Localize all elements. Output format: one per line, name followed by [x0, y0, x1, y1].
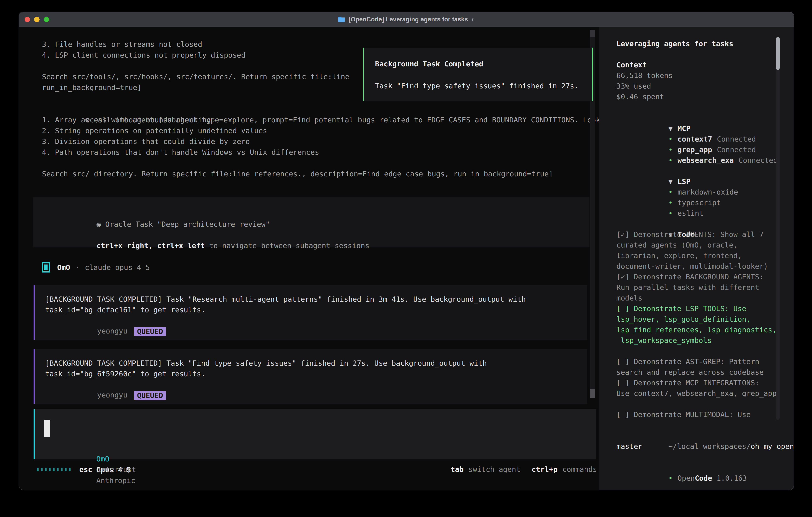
sidebar-scrollbar-thumb[interactable] [776, 37, 780, 70]
omo-agent-icon [42, 262, 50, 272]
screen: [OpenCode] Leveraging agents for tasks ◐… [0, 0, 812, 517]
triangle-collapse-icon: ▼ [668, 177, 673, 186]
oracle-hint-text: to navigate between subagent sessions [205, 242, 370, 250]
todo-line: [ ] Demonstrate MULTIMODAL: Use [616, 409, 782, 420]
bullet-icon: • [668, 198, 673, 207]
status-bar: esc interrupt tab switch agent ctrl+p co… [37, 464, 597, 475]
spacer [616, 102, 782, 113]
spacer [616, 399, 782, 409]
todo-line: lsp_find_references, lsp_diagnostics, [616, 324, 782, 335]
background-task-message: [BACKGROUND TASK COMPLETED] Task "Resear… [34, 285, 587, 340]
bullet-icon: • [668, 156, 673, 164]
transcript-line: 4. Path operations that don't handle Win… [42, 147, 553, 158]
agent-header: OmO · claude-opus-4-5 [42, 262, 150, 273]
todo-line: Use context7, websearch_exa, grep_app [616, 388, 782, 399]
todo-line: [ ] Demonstrate MCP INTEGRATIONS: [616, 377, 782, 388]
transcript-line [42, 61, 349, 71]
task-message-line: [BACKGROUND TASK COMPLETED] Task "Resear… [45, 294, 587, 304]
key-hint-tab: tab [451, 464, 464, 475]
input-agent-name: OmO [96, 455, 109, 463]
todo-line: lsp_workspace_symbols [616, 335, 782, 346]
window-title-text: [OpenCode] Leveraging agents for tasks [349, 16, 468, 23]
task-message-line: [BACKGROUND TASK COMPLETED] Task "Find t… [45, 358, 587, 369]
content: 3. File handles or streams not closed 4.… [19, 27, 793, 490]
task-user: yeongyu [97, 391, 127, 399]
todo-line: models [616, 293, 782, 303]
context-used: 33% used [616, 81, 782, 91]
sidebar: Leveraging agents for tasks Context 66,5… [600, 27, 793, 490]
todo-line: curated agents (OmO, oracle, [616, 240, 782, 250]
key-hint-ctrlp: ctrl+p [532, 464, 558, 475]
bullet-icon: • [668, 209, 673, 217]
oracle-task-title: Oracle Task "Deep architecture review" [105, 220, 270, 228]
transcript-block-top: 3. File handles or streams not closed 4.… [42, 39, 349, 104]
sidebar-rows: Leveraging agents for tasks Context 66,5… [616, 38, 782, 473]
status-bar-right: tab switch agent ctrl+p commands [451, 464, 597, 475]
status-badge: QUEUED [134, 391, 166, 400]
key-hint-ctrlp-label: commands [562, 464, 597, 475]
task-message-meta: yeongyuQUEUED [45, 315, 587, 326]
task-user: yeongyu [97, 327, 127, 335]
transcript-line: 3. File handles or streams not closed [42, 39, 349, 50]
spacer [616, 420, 782, 430]
omo-agent-icon-inner [45, 265, 48, 270]
agent-separator: · [75, 263, 80, 272]
bullet-icon: • [668, 474, 673, 482]
bullet-icon: • [668, 135, 673, 143]
transcript-line: 2. String operations on potentially unde… [42, 125, 553, 136]
transcript-line [42, 93, 349, 104]
transcript-line: 3. Division operations that could divide… [42, 136, 553, 147]
section-header-mcp[interactable]: ▼MCP [616, 113, 782, 123]
context-tokens: 66,518 tokens [616, 70, 782, 81]
todo-line: [✓] Demonstrate AGENTS: Show all 7 [616, 229, 782, 240]
spacer [616, 346, 782, 356]
oracle-task-title-line: ◉Oracle Task "Deep architecture review" [45, 208, 270, 219]
todo-line: search and replace across codebase [616, 367, 782, 377]
transcript-line [42, 158, 553, 168]
window-title: [OpenCode] Leveraging agents for tasks ◐ [19, 12, 793, 27]
transcript-pane: 3. File handles or streams not closed 4.… [19, 27, 600, 490]
text-cursor [45, 420, 50, 437]
task-message-line: task_id="bg_6f59260c" to get results. [45, 369, 587, 379]
spinner-dots-icon [37, 464, 70, 475]
folder-icon [338, 17, 345, 22]
todo-line: [✓] Demonstrate BACKGROUND AGENTS: [616, 272, 782, 282]
key-hint-tab-label: switch agent [468, 464, 520, 475]
main-scrollbar-cap [590, 30, 594, 37]
transcript-line: Search src/tools/, src/hooks/, src/featu… [42, 71, 349, 82]
todo-line: Run parallel tasks with different [616, 282, 782, 293]
background-task-message: [BACKGROUND TASK COMPLETED] Task "Find t… [34, 349, 587, 404]
session-title: Leveraging agents for tasks [616, 38, 782, 49]
transcript-line: Search src/ directory. Return specific f… [42, 168, 553, 179]
status-badge: QUEUED [134, 327, 166, 336]
notification-body: Task "Find type safety issues" finished … [375, 81, 579, 91]
oracle-hint-keys: ctrl+x right, ctrl+x left [96, 242, 205, 250]
spacer [616, 49, 782, 60]
todo-line: librarian, explore, frontend, [616, 250, 782, 261]
terminal-window: [OpenCode] Leveraging agents for tasks ◐… [19, 12, 793, 490]
key-hint-esc: esc [79, 465, 92, 473]
main-scrollbar-thumb[interactable] [590, 389, 594, 398]
bullet-icon: • [668, 145, 673, 154]
prompt-input[interactable]: OmO Opus 4.5 Anthropic [34, 409, 597, 459]
triangle-collapse-icon: ▼ [668, 124, 673, 133]
agent-name: OmO [57, 263, 70, 272]
notification-toast: Background Task Completed Task "Find typ… [363, 48, 593, 101]
version-line: •OpenCode1.0.163 [616, 462, 782, 473]
sidebar-scrollbar[interactable] [776, 37, 780, 420]
context-heading: Context [616, 60, 782, 70]
transcript-line: 1. Array access without bounds checking [42, 114, 553, 125]
bullet-icon: • [668, 188, 673, 196]
notification-title: Background Task Completed [375, 59, 483, 70]
todo-line: lsp_hover, lsp_goto_definition, [616, 314, 782, 324]
transcript-line: 4. LSP client connections not properly d… [42, 50, 349, 61]
input-agent-line: OmO Opus 4.5 Anthropic [45, 443, 136, 454]
todo-line: document-writer, multimodal-looker) [616, 261, 782, 272]
progress-icon: ◐ [471, 16, 475, 23]
oracle-bullet-icon: ◉ [96, 220, 101, 228]
task-message-line: task_id="bg_dcfac161" to get results. [45, 304, 587, 315]
key-hint-esc-label: interrupt [97, 465, 136, 473]
todo-line: [ ] Demonstrate LSP TOOLS: Use [616, 303, 782, 314]
task-message-meta: yeongyuQUEUED [45, 379, 587, 390]
titlebar: [OpenCode] Leveraging agents for tasks ◐ [19, 12, 793, 27]
